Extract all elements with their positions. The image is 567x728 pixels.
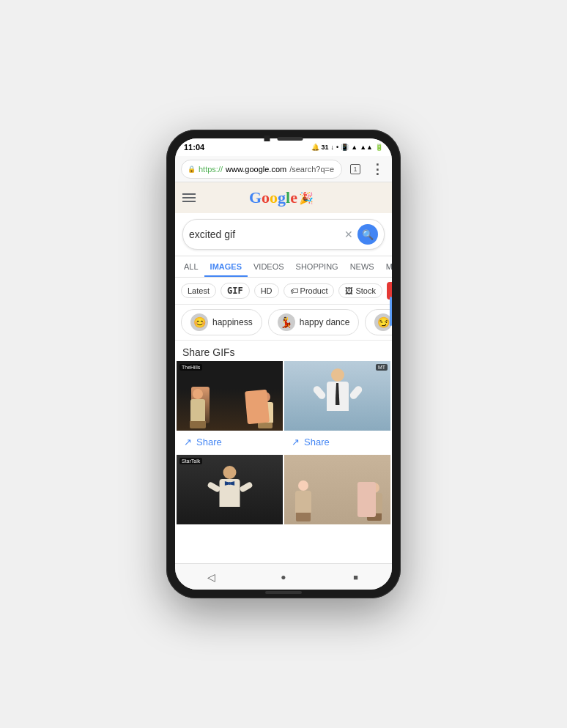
suggestion-happiness[interactable]: 😊 happiness — [181, 309, 262, 335]
gif-image-2: MT — [284, 361, 390, 431]
search-clear-button[interactable]: ✕ — [344, 229, 353, 240]
share-gifs-title: Share GIFs — [175, 341, 392, 361]
bottom-nav: ◁ ● ■ — [175, 563, 392, 590]
url-actions: 1 ⋮ — [346, 160, 386, 178]
gif-image-1: TheHills — [177, 361, 283, 431]
tag-icon: 🏷 — [290, 286, 298, 295]
search-box[interactable]: excited gif ✕ 🔍 — [175, 213, 392, 256]
filter-latest[interactable]: Latest — [181, 283, 216, 298]
filter-hd-label: HD — [261, 286, 273, 295]
gif-source-label-1: TheHills — [179, 364, 202, 371]
gif-row-2: StarTalk — [177, 455, 390, 524]
suggestion-happy-dance[interactable]: 💃 happy dance — [268, 309, 360, 335]
share-label-1: Share — [196, 437, 222, 447]
signal-icon: ▲▲ — [360, 144, 373, 151]
gif-item-1[interactable]: TheHills ↗ Share — [177, 361, 283, 453]
home-button[interactable]: ● — [272, 565, 295, 589]
home-icon: ● — [281, 572, 286, 582]
status-icons: 🔔 31 ↓ • 📳 ▲ ▲▲ 🔋 — [311, 144, 383, 151]
gif-source-label-3: StarTalk — [179, 458, 202, 464]
gif-image-4 — [284, 455, 390, 524]
filter-product[interactable]: 🏷 Product — [284, 283, 335, 298]
calendar-icon: 31 — [322, 144, 329, 151]
gif-row-1: TheHills ↗ Share — [177, 361, 390, 453]
status-time: 11:04 — [184, 143, 204, 152]
phone-screen: 11:04 🔔 31 ↓ • 📳 ▲ ▲▲ 🔋 🔒 https:// www.g… — [175, 138, 392, 590]
google-logo: Google 🎉 — [249, 188, 314, 207]
filter-latest-label: Latest — [188, 286, 210, 295]
filter-hd[interactable]: HD — [254, 283, 279, 298]
dot-indicator: • — [336, 144, 338, 151]
share-label-2: Share — [304, 437, 330, 447]
share-icon-1: ↗ — [184, 437, 192, 447]
vibrate-icon: 📳 — [341, 144, 349, 151]
url-domain: www.google.com — [226, 165, 286, 174]
scroll-indicator — [390, 297, 392, 326]
doodle-icon: 🎉 — [299, 191, 314, 205]
download-icon: ↓ — [331, 144, 335, 151]
suggestion-sarcastic[interactable]: 😏 sarcasti — [365, 309, 392, 335]
url-bar[interactable]: 🔒 https:// www.google.com /search?q=e 1 … — [175, 156, 392, 182]
share-button-2[interactable]: ↗ Share — [284, 431, 390, 453]
tab-counter-button[interactable]: 1 — [346, 160, 364, 178]
tab-all[interactable]: ALL — [178, 256, 204, 277]
filter-product-label: Product — [300, 286, 328, 295]
happy-dance-avatar: 💃 — [278, 313, 295, 331]
url-protocol: https:// — [199, 165, 223, 174]
back-button[interactable]: ◁ — [199, 565, 223, 589]
back-icon: ◁ — [207, 571, 215, 583]
browser-content[interactable]: Google 🎉 excited gif ✕ 🔍 — [175, 182, 392, 563]
search-icon: 🔍 — [362, 229, 374, 240]
wifi-icon: ▲ — [351, 144, 357, 151]
battery-icon: 🔋 — [375, 144, 383, 151]
gif-item-4[interactable] — [284, 455, 390, 524]
bottom-speaker — [265, 591, 302, 594]
tab-shopping[interactable]: SHOPPING — [290, 256, 344, 277]
share-button-1[interactable]: ↗ Share — [177, 431, 283, 453]
share-icon-2: ↗ — [292, 437, 300, 447]
image-icon: 🖼 — [345, 286, 353, 295]
url-field[interactable]: 🔒 https:// www.google.com /search?q=e — [181, 160, 342, 179]
gif-scene-4 — [284, 455, 390, 524]
gif-scene-2 — [284, 361, 390, 431]
bottom-padding — [175, 524, 392, 536]
recents-button[interactable]: ■ — [344, 565, 368, 589]
suggestion-happiness-label: happiness — [212, 317, 253, 327]
gif-source-label-2: MT — [376, 364, 388, 371]
filter-gif[interactable]: GIF — [220, 283, 250, 299]
recents-icon: ■ — [353, 573, 358, 582]
happiness-avatar: 😊 — [190, 313, 208, 331]
menu-button[interactable]: ⋮ — [368, 160, 386, 178]
tab-more[interactable]: MA — [380, 256, 392, 277]
notification-icon: 🔔 — [311, 144, 319, 151]
suggestion-happy-dance-label: happy dance — [300, 317, 350, 327]
tab-videos[interactable]: VIDEOS — [248, 256, 290, 277]
search-query-text: excited gif — [189, 229, 344, 240]
google-header: Google 🎉 — [175, 182, 392, 213]
suggestion-row: 😊 happiness 💃 happy dance 😏 sarcasti — [175, 305, 392, 341]
nav-tabs: ALL IMAGES VIDEOS SHOPPING NEWS MA — [175, 256, 392, 278]
filter-gif-label: GIF — [227, 286, 243, 296]
search-submit-button[interactable]: 🔍 — [357, 224, 378, 245]
filter-stock[interactable]: 🖼 Stock — [338, 283, 382, 298]
gif-scene-3 — [177, 455, 283, 524]
hamburger-menu[interactable] — [182, 191, 196, 204]
gif-scene-1 — [177, 361, 283, 431]
url-path: /search?q=e — [289, 165, 334, 174]
gif-image-3: StarTalk — [177, 455, 283, 524]
filter-stock-label: Stock — [355, 286, 376, 295]
search-input-row[interactable]: excited gif ✕ 🔍 — [182, 219, 385, 250]
gif-item-3[interactable]: StarTalk — [177, 455, 283, 524]
filter-row: Latest GIF HD 🏷 Product 🖼 Stock — [175, 278, 392, 305]
tab-news[interactable]: NEWS — [344, 256, 380, 277]
phone-frame: 11:04 🔔 31 ↓ • 📳 ▲ ▲▲ 🔋 🔒 https:// www.g… — [166, 130, 401, 598]
tab-images[interactable]: IMAGES — [204, 256, 248, 277]
gif-item-2[interactable]: MT ↗ Share — [284, 361, 390, 453]
lock-icon: 🔒 — [188, 166, 196, 173]
